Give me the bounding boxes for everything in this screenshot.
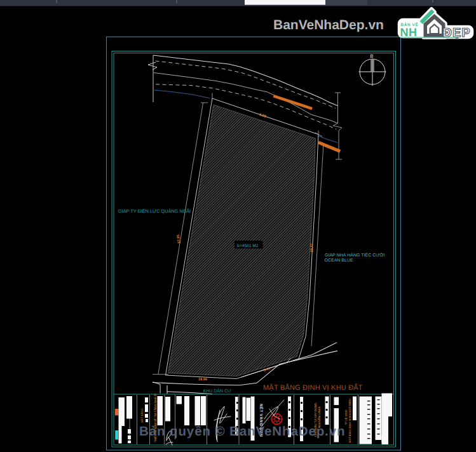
svg-text:B: B bbox=[371, 53, 374, 59]
svg-text:BanVeNhaDep.vn: BanVeNhaDep.vn bbox=[273, 18, 384, 32]
svg-text:NH: NH bbox=[400, 26, 418, 39]
svg-text:59.07: 59.07 bbox=[310, 243, 315, 252]
svg-text:OCEAN BLUE: OCEAN BLUE bbox=[325, 258, 353, 263]
svg-text:MẶT BẰNG ĐỊNH VỊ KHU ĐẤT TRÊN: MẶT BẰNG ĐỊNH VỊ KHU ĐẤT TRÊN bbox=[348, 399, 351, 442]
svg-text:MẶT BẰNG ĐỊNH VỊ KHU ĐẤT: MẶT BẰNG ĐỊNH VỊ KHU ĐẤT bbox=[263, 383, 363, 392]
svg-text:KHU DÂN CƯ: KHU DÂN CƯ bbox=[203, 388, 232, 394]
svg-text:S=4581 M2: S=4581 M2 bbox=[237, 244, 259, 248]
svg-text:19.99: 19.99 bbox=[198, 378, 207, 382]
svg-text:Bản quyền © BanVeNhaDep.vn: Bản quyền © BanVeNhaDep.vn bbox=[139, 424, 345, 439]
svg-text:MẶT BẰNG: MẶT BẰNG bbox=[140, 408, 144, 422]
svg-text:GIÁP TY ĐIỆN LỰC QUẢNG NGÃI: GIÁP TY ĐIỆN LỰC QUẢNG NGÃI bbox=[118, 208, 191, 214]
svg-text:GIÁP NHÀ HÀNG TIỆC CƯỚI: GIÁP NHÀ HÀNG TIỆC CƯỚI bbox=[325, 252, 384, 258]
svg-text:TỶ LỆ 1/500: TỶ LỆ 1/500 bbox=[344, 409, 348, 425]
